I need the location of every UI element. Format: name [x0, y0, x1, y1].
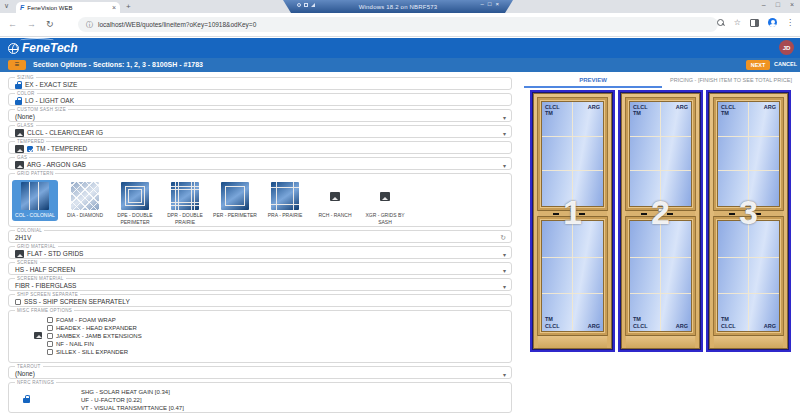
top-sash-glass: CLCLTM ARG — [717, 101, 780, 207]
field-nfrc-ratings-label: NFRC RATINGS — [15, 380, 56, 385]
field-sizing-label: SIZING — [15, 75, 36, 80]
misc-option-label: JAMBEX - JAMB EXTENSIONS — [56, 333, 142, 339]
field-glass[interactable]: GLASS CLCL - CLEAR/CLEAR IG ▾ — [8, 125, 512, 138]
vm-minimize-button[interactable]: – — [481, 1, 484, 7]
tab-close-icon[interactable]: × — [112, 4, 116, 11]
field-custom-sash-size[interactable]: CUSTOM SASH SIZE (None) ▾ — [8, 109, 512, 122]
tab-preview[interactable]: PREVIEW — [524, 72, 662, 88]
tab-search-chevron-icon[interactable]: ∨ — [4, 2, 9, 10]
image-placeholder-icon — [330, 192, 340, 201]
tile-caption: DPR - DOUBLE PRAIRIE — [163, 212, 207, 226]
cancel-button[interactable]: CANCEL — [774, 61, 797, 67]
tile-grids-by-sash[interactable]: XGR - GRIDS BY SASH — [362, 180, 408, 228]
window-sill — [538, 335, 607, 348]
field-screen[interactable]: SCREEN HS - HALF SCREEN ▾ — [8, 262, 512, 275]
sillex-checkbox[interactable] — [47, 349, 53, 355]
chevron-down-icon[interactable]: ▾ — [503, 162, 506, 169]
favicon-icon: F — [20, 4, 24, 11]
menu-kebab-icon[interactable]: ⋮ — [786, 19, 794, 27]
field-screen-material[interactable]: SCREEN MATERIAL FIBR - FIBERGLASS ▾ — [8, 278, 512, 291]
refresh-icon[interactable]: ↻ — [500, 234, 506, 242]
field-custom-sash-size-label: CUSTOM SASH SIZE — [15, 107, 68, 112]
hamburger-menu-button[interactable]: ≡ — [8, 60, 26, 70]
browser-tab-strip: ∨ F FeneVision WEB × + Windows 18.2 on N… — [0, 0, 800, 13]
window-minimize-button[interactable]: – — [762, 1, 766, 8]
misc-option-row: JAMBEX - JAMB EXTENSIONS — [47, 332, 511, 340]
option-image-icon[interactable] — [15, 250, 24, 258]
new-tab-button[interactable]: + — [126, 2, 131, 11]
headex-checkbox[interactable] — [47, 325, 53, 331]
browser-toolbar: ← → ↻ ⓘ localhost/WEB/quotes/lineitem?oK… — [0, 13, 800, 37]
vm-close-button[interactable]: × — [495, 1, 499, 7]
ship-screen-separately-checkbox[interactable] — [15, 299, 21, 305]
vm-pin-icon[interactable] — [297, 3, 301, 7]
screen: ∨ F FeneVision WEB × + Windows 18.2 on N… — [0, 0, 800, 418]
option-image-icon[interactable] — [34, 332, 42, 339]
reload-button[interactable]: ↻ — [46, 19, 54, 29]
side-panel-icon[interactable] — [750, 19, 759, 27]
field-screen-material-value: FIBR - FIBERGLASS — [15, 282, 76, 289]
field-tearout-value: (None) — [15, 370, 35, 377]
address-bar[interactable]: ⓘ localhost/WEB/quotes/lineitem?oKey=109… — [78, 17, 718, 32]
option-image-icon[interactable] — [15, 145, 24, 153]
tile-double-prairie[interactable]: DPR - DOUBLE PRAIRIE — [162, 180, 208, 228]
bookmark-star-icon[interactable]: ☆ — [734, 19, 741, 27]
url-text[interactable]: localhost/WEB/quotes/lineitem?oKey=10918… — [98, 21, 256, 28]
option-image-icon[interactable] — [15, 129, 24, 137]
chevron-down-icon[interactable]: ▾ — [503, 283, 506, 290]
double-perimeter-pattern-image — [121, 182, 149, 210]
lock-icon — [23, 398, 30, 403]
field-grid-pattern: GRID PATTERN COL - COLONIAL DIA - DIAMON… — [8, 173, 512, 227]
browser-tab[interactable]: F FeneVision WEB × — [16, 2, 120, 13]
field-colonial-value[interactable]: 2H1V — [15, 234, 31, 241]
top-sash-glass: CLCLTM ARG — [629, 101, 692, 207]
chevron-down-icon[interactable]: ▾ — [503, 130, 506, 137]
vm-titlebar[interactable]: Windows 18.2 on NBRF573 – □ × — [283, 0, 513, 13]
field-grid-pattern-label: GRID PATTERN — [15, 171, 55, 176]
chevron-down-icon[interactable]: ▾ — [503, 267, 506, 274]
search-icon[interactable] — [717, 19, 725, 27]
tile-ranch[interactable]: RCH - RANCH — [312, 180, 358, 221]
chevron-down-icon[interactable]: ▾ — [503, 371, 506, 378]
tab-pricing[interactable]: PRICING - [FINISH ITEM TO SEE TOTAL PRIC… — [662, 72, 800, 88]
field-gas[interactable]: GAS ARG - ARGON GAS ▾ — [8, 157, 512, 170]
tile-prairie[interactable]: PRA - PRAIRIE — [262, 180, 308, 221]
tile-double-perimeter[interactable]: DPE - DOUBLE PERIMETER — [112, 180, 158, 228]
preview-window-3[interactable]: CLCLTM ARG TMCLCL ARG 3 — [706, 90, 791, 352]
glass-label: ARG — [588, 323, 600, 329]
window-sill — [714, 335, 783, 348]
tab-title: FeneVision WEB — [27, 5, 110, 11]
chevron-down-icon[interactable]: ▾ — [503, 251, 506, 258]
field-grid-material[interactable]: GRID MATERIAL FLAT - STD GRIDS ▾ — [8, 246, 512, 259]
window-close-button[interactable]: × — [790, 1, 794, 8]
profile-icon[interactable] — [768, 18, 777, 27]
tile-colonial[interactable]: COL - COLONIAL — [12, 180, 58, 221]
preview-window-2[interactable]: CLCLTM ARG TMCLCL ARG 2 — [618, 90, 703, 352]
site-info-icon[interactable]: ⓘ — [86, 20, 93, 30]
diamond-pattern-image — [71, 182, 99, 210]
tile-caption: RCH - RANCH — [313, 212, 357, 219]
vm-lock-icon[interactable] — [304, 3, 308, 7]
back-button[interactable]: ← — [8, 19, 17, 29]
field-colonial[interactable]: COLONIAL 2H1V ↻ — [8, 230, 512, 243]
next-button[interactable]: NEXT — [746, 60, 770, 70]
forward-button[interactable]: → — [27, 19, 36, 29]
tile-perimeter[interactable]: PER - PERIMETER — [212, 180, 258, 221]
nail-fin-checkbox[interactable] — [47, 341, 53, 347]
field-glass-label: GLASS — [15, 123, 36, 128]
field-tearout[interactable]: TEAROUT (None) ▾ — [8, 366, 512, 379]
tile-caption: PRA - PRAIRIE — [263, 212, 307, 219]
preview-window-1[interactable]: CLCLTM ARG TMCLCL ARG 1 — [530, 90, 615, 352]
field-custom-sash-size-value: (None) — [15, 113, 35, 120]
glass-label: CLCLTM — [545, 104, 560, 117]
jambex-checkbox[interactable] — [47, 333, 53, 339]
option-image-icon[interactable] — [15, 161, 24, 169]
user-avatar[interactable]: JD — [779, 40, 794, 55]
ship-screen-separately-option: SSS - SHIP SCREEN SEPARATELY — [24, 298, 130, 305]
chevron-down-icon[interactable]: ▾ — [503, 114, 506, 121]
tempered-checkbox[interactable] — [27, 146, 33, 152]
vm-restore-button[interactable]: □ — [488, 1, 492, 7]
window-maximize-button[interactable]: □ — [776, 1, 780, 8]
tile-diamond[interactable]: DIA - DIAMOND — [62, 180, 108, 221]
foam-checkbox[interactable] — [47, 317, 53, 323]
